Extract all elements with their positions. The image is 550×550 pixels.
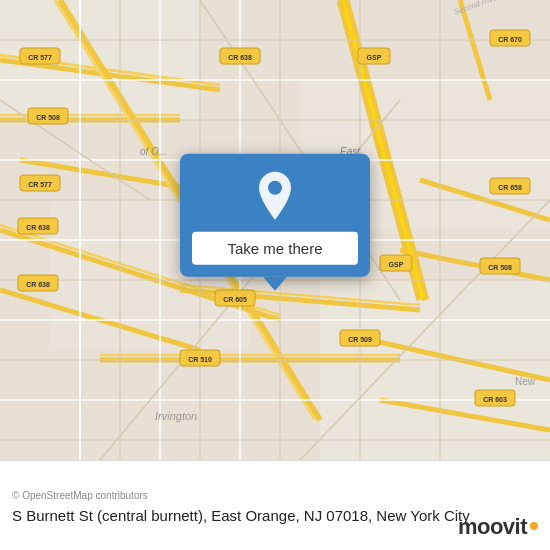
- moovit-text: moovit: [458, 514, 527, 540]
- map-container: CR 577 CR 508 CR 577 CR 638 CR 638 CR 63…: [0, 0, 550, 460]
- location-pin-icon: [253, 170, 297, 222]
- svg-text:CR 638: CR 638: [26, 281, 50, 288]
- take-me-there-button[interactable]: Take me there: [192, 232, 358, 265]
- svg-text:CR 658: CR 658: [498, 184, 522, 191]
- moovit-logo: moovit: [458, 514, 538, 540]
- svg-point-86: [268, 181, 282, 195]
- svg-text:CR 510: CR 510: [188, 356, 212, 363]
- svg-text:CR 577: CR 577: [28, 181, 52, 188]
- svg-text:CR 508: CR 508: [36, 114, 60, 121]
- svg-text:New: New: [515, 376, 536, 387]
- svg-text:CR 605: CR 605: [223, 296, 247, 303]
- svg-text:CR 603: CR 603: [483, 396, 507, 403]
- svg-text:Irvington: Irvington: [155, 410, 197, 422]
- svg-text:of O...: of O...: [140, 146, 167, 157]
- svg-text:CR 670: CR 670: [498, 36, 522, 43]
- moovit-dot: [530, 522, 538, 530]
- popup-tail: [263, 277, 287, 291]
- popup-card: Take me there: [180, 154, 370, 277]
- svg-text:CR 638: CR 638: [26, 224, 50, 231]
- svg-text:CR 509: CR 509: [348, 336, 372, 343]
- svg-text:CR 638: CR 638: [228, 54, 252, 61]
- svg-text:CR 577: CR 577: [28, 54, 52, 61]
- app: CR 577 CR 508 CR 577 CR 638 CR 638 CR 63…: [0, 0, 550, 550]
- svg-text:CR 508: CR 508: [488, 264, 512, 271]
- bottom-bar: © OpenStreetMap contributors S Burnett S…: [0, 460, 550, 550]
- attribution: © OpenStreetMap contributors: [12, 490, 538, 501]
- svg-text:GSP: GSP: [389, 261, 404, 268]
- svg-text:GSP: GSP: [367, 54, 382, 61]
